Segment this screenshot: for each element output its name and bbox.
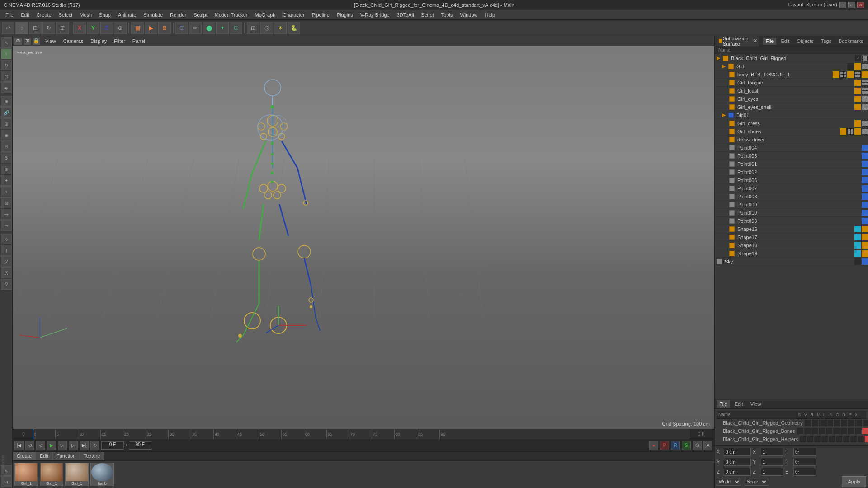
toolbar-paint[interactable]: ✏ [189, 22, 202, 34]
current-frame-field[interactable]: 0 F [101, 441, 124, 450]
obj-point001[interactable]: Point001 [715, 160, 868, 168]
prop-row-bones[interactable]: Black_Child_Girl_Rigged_Bones [717, 427, 866, 435]
bones-flag-d[interactable] [848, 428, 854, 434]
prop-row-geometry[interactable]: Black_Child_Girl_Rigged_Geometry [717, 419, 866, 427]
menu-render[interactable]: Render [166, 11, 190, 19]
obj-subdivision-surface[interactable]: ▶ Black_Child_Girl_Rigged ✓ [715, 54, 868, 62]
transport-play[interactable]: ▶ [47, 441, 56, 450]
bones-flag-g[interactable] [840, 428, 847, 434]
mat-slot-3[interactable]: lamb [90, 463, 114, 486]
left-tool21[interactable]: ⊼ [1, 267, 12, 278]
toolbar-cube[interactable]: ⬡ [175, 22, 188, 34]
vp-menu-display[interactable]: Display [89, 38, 108, 45]
minimize-button[interactable]: _ [839, 2, 846, 8]
toolbar-render[interactable]: ▶ [145, 22, 157, 34]
end-frame-field[interactable]: 90 F [129, 441, 151, 450]
toolbar-python[interactable]: 🐍 [288, 22, 300, 34]
menu-create[interactable]: Create [33, 11, 55, 19]
transport-loop[interactable]: ↻ [90, 441, 99, 450]
menu-plugins[interactable]: Plugins [333, 11, 357, 19]
timeline-playhead[interactable] [33, 429, 33, 439]
obj-girl-shoes[interactable]: Girl_shoes [715, 127, 868, 136]
transport-end[interactable]: ▶| [80, 441, 89, 450]
transport-record-rot[interactable]: R [671, 441, 680, 450]
left-tool7[interactable]: 🔗 [1, 107, 12, 118]
left-tool19[interactable]: ⊺ [1, 245, 12, 256]
transport-record-scale[interactable]: S [682, 441, 691, 450]
left-python[interactable]: ⊿ [1, 476, 12, 487]
obj-point005[interactable]: Point005 [715, 152, 868, 160]
left-tool16[interactable]: ⊷ [1, 209, 12, 220]
obj-bip01[interactable]: ▶ Bip01 [715, 111, 868, 119]
transport-next-frame[interactable]: ▷ [58, 441, 67, 450]
attr-tab-view[interactable]: View [748, 400, 764, 408]
toolbar-smooth[interactable]: ⬤ [203, 22, 215, 34]
rp-tab-edit[interactable]: Edit [778, 38, 792, 45]
geom-flag-m[interactable] [826, 420, 833, 426]
coord-b-rot[interactable] [793, 468, 816, 476]
obj-point010[interactable]: Point010 [715, 209, 868, 217]
mat-tab-texture[interactable]: Texture [80, 452, 104, 460]
menu-vray[interactable]: V-Ray Bridge [357, 11, 393, 19]
obj-sky[interactable]: Sky [715, 258, 868, 266]
obj-point008[interactable]: Point008 [715, 192, 868, 201]
obj-girl-tongue[interactable]: Girl_tongue [715, 79, 868, 87]
vp-menu-panel[interactable]: Panel [131, 38, 147, 45]
left-scale[interactable]: ⊡ [1, 71, 12, 82]
left-rotate[interactable]: ↻ [1, 60, 12, 70]
obj-dress-driver[interactable]: dress_driver [715, 136, 868, 144]
transport-auto-key[interactable]: A [703, 441, 712, 450]
apply-button[interactable]: Apply [842, 476, 866, 487]
menu-animate[interactable]: Animate [114, 11, 140, 19]
geom-flag-d[interactable] [855, 420, 862, 426]
obj-girl-dress[interactable]: Girl_dress [715, 119, 868, 127]
toolbar-scale[interactable]: ⊡ [29, 22, 42, 34]
transport-record[interactable]: ● [649, 441, 658, 450]
transform-mode-select[interactable]: Scale Move Rotate [745, 478, 768, 486]
left-tool6[interactable]: ⊕ [1, 96, 12, 107]
obj-vis[interactable]: ✓ [855, 55, 861, 61]
attr-tab-file[interactable]: File [717, 400, 730, 408]
coord-y-scale[interactable] [761, 458, 783, 466]
maximize-button[interactable]: □ [848, 2, 855, 8]
left-tool14[interactable]: ✧ [1, 186, 12, 197]
obj-render[interactable] [862, 55, 868, 61]
menu-character[interactable]: Character [279, 11, 308, 19]
helpers-flag-v[interactable] [807, 436, 813, 442]
menu-select[interactable]: Select [55, 11, 76, 19]
menu-edit[interactable]: Edit [17, 11, 33, 19]
toolbar-y-axis[interactable]: Y [87, 22, 99, 34]
coord-p-rot[interactable] [793, 458, 816, 466]
vp-menu-view[interactable]: View [43, 38, 58, 45]
toolbar-light[interactable]: ☀ [274, 22, 287, 34]
geom-flag-e[interactable] [863, 420, 868, 426]
mat-slot-2[interactable]: Girl_1 [65, 463, 89, 486]
obj-point002[interactable]: Point002 [715, 168, 868, 176]
helpers-flag-r[interactable] [814, 436, 821, 442]
coord-x-pos[interactable] [724, 448, 751, 456]
left-tool5[interactable]: ◈ [1, 82, 12, 93]
helpers-flag-m[interactable] [821, 436, 828, 442]
vp-menu-filter[interactable]: Filter [112, 38, 127, 45]
close-button[interactable]: ✕ [857, 2, 864, 8]
menu-3dtoall[interactable]: 3DToAll [393, 11, 418, 19]
mat-tab-edit[interactable]: Edit [36, 452, 52, 460]
toolbar-rotate[interactable]: ↻ [42, 22, 55, 34]
geom-flag-r[interactable] [819, 420, 826, 426]
rp-tab-file[interactable]: File [763, 38, 777, 45]
obj-girl[interactable]: ▶ Girl [715, 62, 868, 70]
geom-flag-v[interactable] [812, 420, 818, 426]
menu-mesh[interactable]: Mesh [76, 11, 95, 19]
left-tool22[interactable]: ⊽ [1, 279, 12, 290]
left-tool12[interactable]: ⊜ [1, 164, 12, 174]
helpers-flag-s[interactable] [800, 436, 806, 442]
bones-flag-v[interactable] [804, 428, 811, 434]
transport-sel-keyframes[interactable]: ⬡ [693, 441, 702, 450]
left-tool11[interactable]: $ [1, 152, 12, 163]
toolbar-transform[interactable]: ⊞ [56, 22, 69, 34]
transport-record-pos[interactable]: P [660, 441, 669, 450]
menu-window[interactable]: Window [456, 11, 481, 19]
left-tool17[interactable]: ⊸ [1, 220, 12, 231]
helpers-flag-g[interactable] [843, 436, 849, 442]
helpers-flag-e[interactable] [858, 436, 864, 442]
